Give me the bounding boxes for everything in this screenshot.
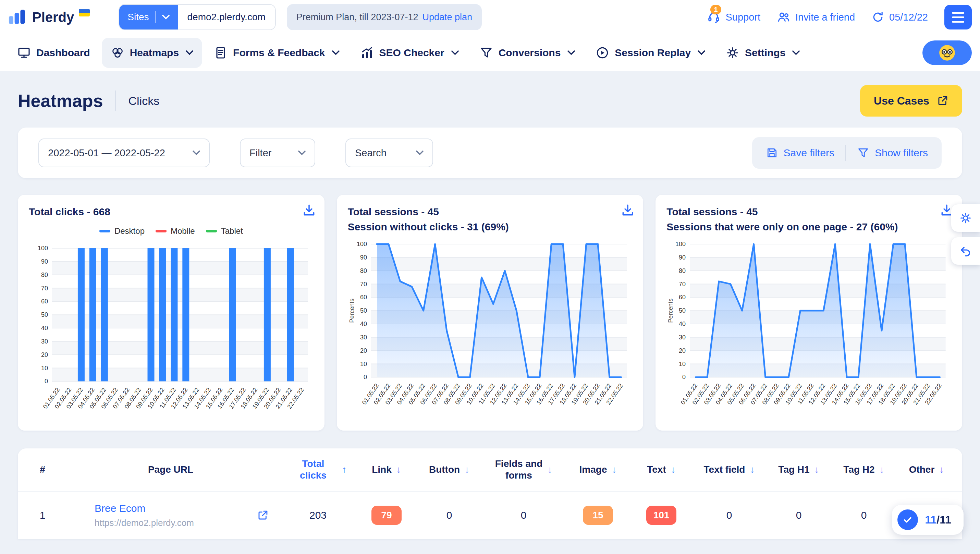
refresh-icon [871, 11, 885, 24]
legend-swatch [156, 230, 167, 232]
legend-item-mobile[interactable]: Mobile [156, 226, 195, 236]
filter-actions: Save filters Show filters [752, 137, 942, 169]
svg-text:50: 50 [360, 307, 367, 314]
support-link[interactable]: 1 Support [707, 10, 760, 24]
svg-text:40: 40 [360, 320, 367, 327]
save-filters-button[interactable]: Save filters [755, 137, 845, 169]
metric-cell: 0 [417, 509, 482, 521]
sites-button[interactable]: Sites [119, 5, 178, 29]
user-avatar[interactable] [923, 40, 972, 65]
column-header-tag-h1[interactable]: Tag H1↓ [766, 464, 831, 476]
column-label: Tag H2 [843, 464, 875, 476]
play-icon [595, 46, 609, 60]
column-header-text[interactable]: Text↓ [630, 464, 692, 476]
use-cases-button[interactable]: Use Cases [860, 85, 962, 116]
column-header-text-field[interactable]: Text field↓ [692, 464, 766, 476]
column-header-total-clicks[interactable]: Total clicks↑ [280, 458, 356, 481]
plerdy-logo[interactable]: Plerdy [8, 9, 90, 25]
page-link[interactable]: Bree Ecom [95, 503, 194, 514]
menu-button[interactable] [944, 5, 972, 29]
column-header-fields-and-forms[interactable]: Fields and forms↓ [482, 458, 565, 481]
sessions-without-clicks-chart-card: Total sessions - 45 Session without clic… [337, 195, 644, 431]
sort-descending-icon[interactable]: ↓ [465, 464, 469, 475]
svg-text:30: 30 [679, 334, 686, 341]
sort-descending-icon[interactable]: ↓ [547, 464, 552, 475]
metric-badge: 79 [371, 506, 402, 525]
table-body: 1Bree Ecomhttps://demo2.plerdy.com203790… [18, 491, 962, 539]
sort-ascending-icon[interactable]: ↑ [342, 464, 347, 475]
sort-descending-icon[interactable]: ↓ [612, 464, 616, 475]
update-plan-link[interactable]: Update plan [422, 12, 472, 22]
settings-gear-button[interactable] [951, 204, 980, 232]
download-chart-button[interactable] [619, 202, 636, 221]
column-header-image[interactable]: Image↓ [565, 464, 630, 476]
search-select[interactable]: Search [345, 138, 433, 167]
seo-icon [360, 46, 374, 60]
sort-descending-icon[interactable]: ↓ [815, 464, 819, 475]
undo-reply-button[interactable] [951, 237, 980, 265]
svg-text:20: 20 [360, 347, 367, 354]
svg-text:70: 70 [41, 285, 48, 292]
column-header-button[interactable]: Button↓ [417, 464, 482, 476]
total-clicks-chart-card: Total clicks - 668 DesktopMobileTablet 0… [18, 195, 325, 431]
progress-widget[interactable]: 11/11 [892, 505, 964, 535]
site-domain[interactable]: demo2.plerdy.com [178, 5, 275, 29]
column-header-tag-h2[interactable]: Tag H2↓ [831, 464, 896, 476]
sort-descending-icon[interactable]: ↓ [750, 464, 754, 475]
svg-text:80: 80 [679, 267, 686, 274]
sort-descending-icon[interactable]: ↓ [939, 464, 944, 475]
chevron-down-icon [416, 151, 423, 155]
svg-text:0: 0 [45, 378, 48, 385]
nav-item-label: Conversions [499, 47, 561, 59]
legend-item-tablet[interactable]: Tablet [206, 226, 243, 236]
nav-item-heatmaps[interactable]: Heatmaps [102, 38, 202, 68]
date-range-value: 2022-05-01 — 2022-05-22 [48, 147, 165, 159]
external-link-icon[interactable] [257, 509, 269, 521]
legend-item-desktop[interactable]: Desktop [99, 226, 145, 236]
conversions-funnel-icon [479, 46, 493, 60]
svg-text:80: 80 [360, 267, 367, 274]
legend-label: Desktop [115, 226, 145, 236]
date-range-select[interactable]: 2022-05-01 — 2022-05-22 [38, 138, 210, 167]
metric-cell: 15 [565, 506, 630, 525]
nav-item-label: Session Replay [615, 47, 691, 59]
nav-item-label: Heatmaps [130, 47, 179, 59]
nav-item-dashboard[interactable]: Dashboard [8, 38, 99, 68]
column-label: Text field [704, 464, 745, 476]
external-link-icon [937, 95, 948, 107]
row-index: 1 [23, 509, 62, 521]
invite-label: Invite a friend [795, 12, 855, 23]
chevron-down-icon [698, 50, 705, 55]
show-filters-button[interactable]: Show filters [846, 137, 939, 169]
sessions-area-chart: 010203040506070809010001.05.2202.05.2203… [348, 236, 633, 422]
filter-select[interactable]: Filter [240, 138, 315, 167]
column-header-other[interactable]: Other↓ [896, 464, 957, 476]
column-header-link[interactable]: Link↓ [356, 464, 417, 476]
date-refresh[interactable]: 05/12/22 [871, 11, 928, 24]
svg-text:50: 50 [41, 311, 48, 318]
nav-item-seo-checker[interactable]: SEO Checker [351, 38, 468, 68]
column-label: Image [579, 464, 607, 476]
nav-item-session-replay[interactable]: Session Replay [587, 38, 714, 68]
monitor-icon [17, 46, 31, 60]
sort-descending-icon[interactable]: ↓ [880, 464, 885, 475]
main-nav: DashboardHeatmapsForms & FeedbackSEO Che… [0, 34, 980, 71]
use-cases-label: Use Cases [874, 95, 929, 107]
chevron-down-icon [568, 50, 575, 55]
nav-item-forms-feedback[interactable]: Forms & Feedback [205, 38, 348, 68]
table-header-row: #Page URLTotal clicks↑Link↓Button↓Fields… [18, 448, 962, 491]
show-filters-label: Show filters [875, 147, 928, 159]
nav-item-settings[interactable]: Settings [717, 38, 809, 68]
invite-friend-link[interactable]: Invite a friend [777, 10, 855, 24]
chevron-down-icon [451, 50, 459, 55]
charts-row: Total clicks - 668 DesktopMobileTablet 0… [18, 195, 962, 431]
sort-descending-icon[interactable]: ↓ [671, 464, 676, 475]
sort-descending-icon[interactable]: ↓ [396, 464, 401, 475]
svg-text:60: 60 [41, 298, 48, 305]
progress-count: 11/11 [925, 514, 951, 526]
svg-text:10: 10 [41, 365, 48, 372]
svg-text:40: 40 [679, 320, 686, 327]
nav-item-conversions[interactable]: Conversions [471, 38, 584, 68]
download-chart-button[interactable] [301, 202, 318, 221]
chart-title: Total sessions - 45 [667, 204, 951, 220]
